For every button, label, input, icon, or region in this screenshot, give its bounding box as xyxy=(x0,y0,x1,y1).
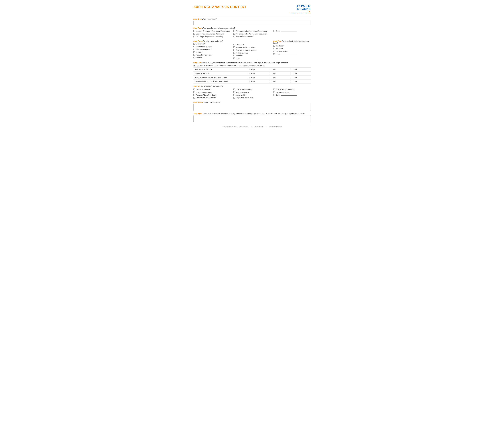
checkbox[interactable] xyxy=(269,69,271,70)
list-item: Influencer xyxy=(273,48,311,50)
step-eight-row: Step Eight: What will the audience membe… xyxy=(193,113,311,122)
footer-website: powerspeaking.com xyxy=(269,126,282,128)
checkbox[interactable] xyxy=(193,97,195,99)
checkbox[interactable] xyxy=(193,33,195,35)
checkbox[interactable] xyxy=(234,52,235,54)
list-item: Gather input (to generate discussion) xyxy=(193,33,231,35)
checkbox[interactable] xyxy=(234,36,235,37)
step-six-label: Step Six: xyxy=(193,85,201,87)
list-item: Regulatory agencies* xyxy=(193,54,231,56)
list-item: Other xyxy=(273,94,311,96)
list-item: Lay people xyxy=(234,43,271,46)
checkbox[interactable] xyxy=(234,46,235,48)
footer-separator2: | xyxy=(266,126,267,128)
checkbox[interactable] xyxy=(234,97,235,99)
list-item: Proprietary information xyxy=(234,97,271,99)
checkbox[interactable] xyxy=(193,49,195,50)
checkbox[interactable] xyxy=(269,73,271,74)
rating-table: Awareness of the topic High Med Low Inte… xyxy=(193,67,311,84)
list-item: Features / Benefits / Quality xyxy=(193,94,231,96)
rating-option-high: High xyxy=(247,67,268,71)
table-row: Awareness of the topic High Med Low xyxy=(193,67,311,71)
checkbox[interactable] xyxy=(273,50,275,52)
checkbox[interactable] xyxy=(248,73,250,74)
step-four-label: Step Four: xyxy=(273,40,282,42)
checkbox[interactable] xyxy=(273,94,275,96)
checkbox[interactable] xyxy=(193,30,195,32)
checkbox[interactable] xyxy=(234,30,235,32)
rating-option-med: Med xyxy=(268,71,289,76)
rating-label: Ability to understand the technical cont… xyxy=(193,76,247,79)
step-six-col1: Technical information Business applicati… xyxy=(193,88,231,99)
step-one-input[interactable] xyxy=(193,21,311,25)
rating-label: Interest in the topic xyxy=(193,71,247,76)
checkbox[interactable] xyxy=(234,55,235,56)
list-item: Technical peers xyxy=(234,52,271,54)
rating-option-high: High xyxy=(247,79,268,84)
list-item: Pre-sales / sales (to transmit informati… xyxy=(234,30,271,32)
step-two-label: Step Two: xyxy=(193,27,202,29)
step-five-text: Where does your audience stand on the to… xyxy=(202,62,288,64)
checkbox[interactable] xyxy=(273,53,275,55)
checkbox[interactable] xyxy=(269,77,271,78)
checkbox[interactable] xyxy=(273,91,275,93)
list-item: Manufacturability xyxy=(234,91,271,93)
list-item: Other xyxy=(273,53,311,56)
step-one-label: Step One: xyxy=(193,18,202,20)
checkbox[interactable] xyxy=(234,49,235,51)
list-item: Vendors xyxy=(193,57,231,59)
logo-tagline: INFLUENCE. IMPACT. INSPIRE. xyxy=(290,13,311,14)
checkbox[interactable] xyxy=(234,94,235,96)
checkbox[interactable] xyxy=(273,45,275,47)
checkbox[interactable] xyxy=(248,77,250,78)
list-item: Pre-sale decision makers xyxy=(234,46,271,49)
checkbox[interactable] xyxy=(269,81,271,82)
checkbox[interactable] xyxy=(273,48,275,50)
step-five-sub: (You may circle more than one response t… xyxy=(193,64,311,67)
step-seven-input[interactable] xyxy=(193,104,311,111)
checkbox[interactable] xyxy=(193,43,195,45)
list-item: Technical information xyxy=(193,88,231,91)
checkbox[interactable] xyxy=(193,94,195,96)
checkbox[interactable] xyxy=(193,57,195,58)
step-five-row: Step Five: Where does your audience stan… xyxy=(193,62,311,84)
checkbox[interactable] xyxy=(291,73,292,74)
checkbox[interactable] xyxy=(234,91,235,93)
checkbox[interactable] xyxy=(193,91,195,93)
checkbox[interactable] xyxy=(234,33,235,35)
step-seven-text: What's in it for them? xyxy=(203,101,220,103)
list-item: Business application xyxy=(193,91,231,93)
list-item: Cost of development xyxy=(234,88,271,91)
checkbox[interactable] xyxy=(193,89,195,90)
step-two-text: What type of presentation are you making… xyxy=(202,27,235,29)
checkbox[interactable] xyxy=(234,44,235,45)
step-eight-input[interactable] xyxy=(193,115,311,122)
table-row: Ability to understand the technical cont… xyxy=(193,76,311,79)
checkbox[interactable] xyxy=(291,69,292,70)
list-item: Senior management* xyxy=(193,46,231,48)
step-six-text: What do they need or want? xyxy=(201,85,223,87)
list-item: Other xyxy=(234,57,271,60)
step-three-label: Step Three: xyxy=(193,40,203,42)
rating-option-med: Med xyxy=(268,76,289,79)
table-row: Interest in the topic High Med Low xyxy=(193,71,311,76)
checkbox[interactable] xyxy=(234,89,235,90)
checkbox[interactable] xyxy=(248,69,250,70)
checkbox[interactable] xyxy=(193,46,195,47)
checkbox[interactable] xyxy=(193,51,195,53)
checkbox[interactable] xyxy=(273,89,275,90)
step-three-col2: Lay people Pre-sale decision makers Post… xyxy=(234,40,271,60)
step-three-text: Who is in your audience? xyxy=(203,40,223,42)
list-item: Students xyxy=(234,55,271,57)
checkbox[interactable] xyxy=(291,81,292,82)
list-item: Ease of use / Reparability xyxy=(193,97,231,99)
list-item: Vulnerabilities xyxy=(234,94,271,96)
checkbox[interactable] xyxy=(193,54,195,56)
checkbox[interactable] xyxy=(291,77,292,78)
checkbox[interactable] xyxy=(234,57,235,59)
checkbox[interactable] xyxy=(248,81,250,82)
list-item: Post-sale technical support xyxy=(234,49,271,51)
step-three-col1: Step Three: Who is in your audience? Exe… xyxy=(193,40,231,59)
checkbox[interactable] xyxy=(273,30,275,32)
checkbox[interactable] xyxy=(193,36,195,37)
